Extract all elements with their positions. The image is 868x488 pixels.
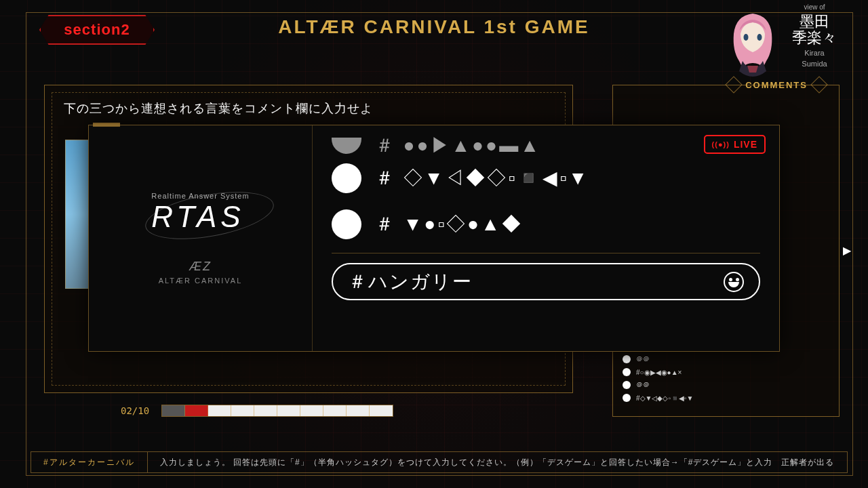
progress-cell xyxy=(300,405,323,416)
progress-cell xyxy=(347,405,370,416)
progress-cell xyxy=(208,405,231,416)
brand-icon: ÆZ xyxy=(159,260,243,274)
character-name-en-1: Kirara xyxy=(792,49,837,57)
comment-item: ＠＠ xyxy=(623,352,829,366)
comment-text: ＠＠ xyxy=(636,380,650,390)
progress-cell xyxy=(254,405,277,416)
svg-point-1 xyxy=(757,34,762,41)
ticker-hashtag: #アルターカーニバル xyxy=(31,452,148,472)
answer-avatar-icon xyxy=(332,138,361,154)
rtas-panel: Realtime Answer System RTAS ÆZ ALTÆR CAR… xyxy=(88,125,780,352)
progress-cell xyxy=(323,405,347,416)
character-name-jp-2: 季楽々 xyxy=(792,30,837,46)
ticker: #アルターカーニバル 入力しましょう。 回答は先頭に「#」（半角ハッシュタグ）を… xyxy=(31,451,848,473)
brand-label: ALTÆR CARNIVAL xyxy=(159,277,243,285)
answer-input[interactable]: ＃ハンガリー xyxy=(332,263,760,300)
rtas-logo-area: Realtime Answer System RTAS ÆZ ALTÆR CAR… xyxy=(89,125,313,351)
comment-text: ＠＠ xyxy=(636,354,650,364)
comment-avatar-icon xyxy=(623,355,631,363)
emoji-icon[interactable] xyxy=(724,272,744,292)
svg-point-0 xyxy=(744,34,749,41)
chevron-right-icon[interactable]: ▶ xyxy=(843,244,851,257)
comment-avatar-icon xyxy=(623,381,631,389)
answer-avatar-icon xyxy=(332,209,361,239)
comment-text: #○◉▶◀◉●▲× xyxy=(636,369,682,376)
divider xyxy=(332,253,760,253)
deco-diamond-icon xyxy=(810,76,827,93)
answer-avatar-icon xyxy=(332,163,361,193)
section-badge: section2 xyxy=(39,15,155,45)
progress-cell xyxy=(185,405,208,416)
answer-row: ＃ ▼●▫◇●▲◆ xyxy=(332,201,760,247)
comments-header-label: COMMENTS xyxy=(745,80,808,90)
question-prompt: 下の三つから連想される言葉をコメント欄に入力せよ xyxy=(64,100,373,117)
comment-item: #◇▼◁◆◇▫◾◀▫▼ xyxy=(623,392,829,404)
character-area: view of 墨田 季楽々 Kirara Sumida xyxy=(719,3,854,81)
progress-counter: 02/10 xyxy=(121,405,149,416)
character-name-en-2: Sumida xyxy=(792,60,837,68)
answer-input-value: ＃ハンガリー xyxy=(348,269,715,295)
comment-avatar-icon xyxy=(623,368,631,376)
ticker-message: 入力しましょう。 回答は先頭に「#」（半角ハッシュタグ）をつけて入力してください… xyxy=(148,457,847,468)
progress-area: 02/10 xyxy=(121,403,446,419)
page-title: ALTÆR CARNIVAL 1st GAME xyxy=(278,16,589,38)
comment-avatar-icon xyxy=(623,394,631,402)
answer-row: ＃ ●●▶▲●●▬▲ xyxy=(332,136,760,155)
progress-cell xyxy=(277,405,300,416)
answer-feed: ＃ ●●▶▲●●▬▲ ＃ ◇▼◁◆◇▫◾◀▫▼ ＃ ▼●▫◇●▲◆ xyxy=(332,136,760,247)
comment-text: #◇▼◁◆◇▫◾◀▫▼ xyxy=(636,394,693,402)
comment-item: ＠＠ xyxy=(623,378,829,392)
answer-text: ＃ ●●▶▲●●▬▲ xyxy=(375,136,541,155)
view-of-label: view of xyxy=(792,3,837,11)
answer-text: ＃ ▼●▫◇●▲◆ xyxy=(375,211,523,237)
rtas-logo: RTAS xyxy=(151,200,249,234)
avatar xyxy=(719,3,787,78)
progress-cell xyxy=(370,405,393,416)
progress-cell xyxy=(162,405,185,416)
comment-item: #○◉▶◀◉●▲× xyxy=(623,366,829,378)
answer-text: ＃ ◇▼◁◆◇▫◾◀▫▼ xyxy=(375,165,589,191)
answer-row: ＃ ◇▼◁◆◇▫◾◀▫▼ xyxy=(332,155,760,201)
progress-bar xyxy=(161,405,393,417)
progress-cell xyxy=(231,405,254,416)
character-name-jp-1: 墨田 xyxy=(792,14,837,30)
deco-diamond-icon xyxy=(725,76,742,93)
